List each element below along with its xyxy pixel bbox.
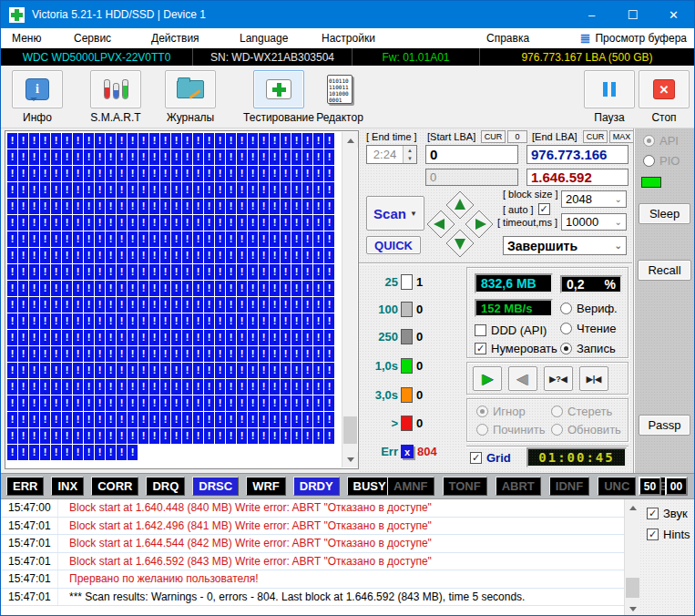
stop-button[interactable]: ✕ Стоп <box>640 70 688 124</box>
scan-block: ! <box>313 297 323 313</box>
repair-radio[interactable] <box>476 424 488 436</box>
scan-block: ! <box>95 231 105 247</box>
end-action-select[interactable]: Завершить⌄ <box>503 236 627 255</box>
pause-button[interactable]: Пауза <box>584 70 635 124</box>
end-lba-cur-button[interactable]: CUR <box>583 130 608 143</box>
remap-repair[interactable]: Починить <box>476 423 546 436</box>
recall-button[interactable]: Recall <box>638 260 691 281</box>
end-lba-max-button[interactable]: MAX <box>609 130 634 143</box>
remap-erase[interactable]: Стереть <box>551 405 612 418</box>
log-scroll-down-icon[interactable] <box>625 601 640 616</box>
info-button[interactable]: i Инфо <box>8 70 66 124</box>
play-button[interactable]: ▶ <box>473 366 502 391</box>
journals-button[interactable]: Журналы <box>154 70 227 124</box>
mode-write[interactable]: Запись <box>560 342 616 355</box>
maximize-button[interactable]: ☐ <box>612 1 653 28</box>
menu-item-1[interactable]: Меню <box>12 28 41 48</box>
remap-ignore[interactable]: Игнор <box>476 405 526 418</box>
refresh-radio[interactable] <box>551 424 563 436</box>
numerate-checkbox[interactable]: ✓ <box>475 343 486 354</box>
scan-block: ! <box>259 330 269 345</box>
remap-refresh[interactable]: Обновить <box>551 423 621 436</box>
percent-sign: % <box>605 277 616 292</box>
menu-item-2[interactable]: Сервис <box>74 28 111 48</box>
back-button[interactable]: ◀ <box>508 366 537 391</box>
ddd-checkbox[interactable] <box>475 324 486 336</box>
scan-block: ! <box>106 149 116 165</box>
verify-radio[interactable] <box>560 303 572 314</box>
mode-verify[interactable]: Вериф. <box>560 302 618 315</box>
grid-toggle[interactable]: ✓ Grid <box>470 451 511 465</box>
end-lba-input[interactable]: 976.773.166 <box>526 145 629 164</box>
err-label: Err <box>359 445 401 458</box>
block-size-select[interactable]: 2048⌄ <box>561 190 627 208</box>
sound-option[interactable]: ✓ Звук <box>647 507 688 520</box>
pio-radio[interactable] <box>643 155 655 167</box>
scan-block: ! <box>226 149 236 165</box>
head-position-control[interactable] <box>426 189 494 258</box>
ignore-radio[interactable] <box>476 406 488 417</box>
mode-read[interactable]: Чтение <box>560 322 616 335</box>
editor-button[interactable]: 010110 110011 101000 0001 Редактор <box>305 70 374 124</box>
quick-button[interactable]: QUICK <box>366 236 421 254</box>
end-time-spin-icons[interactable]: ▲▼ <box>403 146 416 163</box>
scan-block: ! <box>171 149 181 165</box>
grid-checkbox[interactable]: ✓ <box>470 452 482 464</box>
to-end-button[interactable]: ▶|◀ <box>579 366 608 391</box>
log-scroll-thumb[interactable] <box>626 578 639 598</box>
scan-block: ! <box>40 313 50 329</box>
log-row[interactable]: 15:47:01Block start at 1.644.544 (842 MB… <box>1 535 624 553</box>
smart-button[interactable]: S.M.A.R.T <box>77 70 154 124</box>
scan-block: ! <box>95 149 105 165</box>
log-row[interactable]: 15:47:00Block start at 1.640.448 (840 MB… <box>1 499 624 518</box>
menu-item-6[interactable]: Справка <box>486 28 529 48</box>
menu-item-4[interactable]: Language <box>240 28 288 48</box>
api-radio[interactable] <box>643 135 655 147</box>
auto-checkbox[interactable]: ✓ <box>538 203 550 215</box>
scan-button[interactable]: Scan ▼ <box>366 196 424 231</box>
ddd-api-option[interactable]: DDD (API) <box>475 323 547 337</box>
minimize-button[interactable]: – <box>571 1 612 28</box>
timeout-select[interactable]: 10000⌄ <box>561 213 627 231</box>
log-row[interactable]: 15:47:01*** Scan results: Warnings - 0, … <box>1 589 624 607</box>
start-lba-input[interactable]: 0 <box>425 145 518 164</box>
menu-item-5[interactable]: Настройки <box>322 28 375 48</box>
victoria-window: Victoria 5.21-1 HDD/SSD | Device 1 – ☐ ✕… <box>0 0 695 616</box>
legend-row-1,0s: 1,0s0 <box>359 358 423 374</box>
api-option[interactable]: API <box>643 134 679 148</box>
map-scroll-thumb[interactable] <box>343 416 357 444</box>
hints-option[interactable]: ✓ Hints <box>647 528 690 541</box>
buffer-view-button[interactable]: ≣ Просмотр буфера <box>580 28 687 48</box>
write-radio[interactable] <box>560 343 572 354</box>
start-lba-cur-button[interactable]: CUR <box>481 130 506 143</box>
erase-radio[interactable] <box>551 406 563 417</box>
sound-checkbox[interactable]: ✓ <box>647 508 659 519</box>
map-scroll-down-icon[interactable] <box>342 452 358 467</box>
map-scroll-up-icon[interactable] <box>342 132 358 148</box>
log-row[interactable]: 15:47:01Block start at 1.642.496 (841 MB… <box>1 518 624 536</box>
numerate-option[interactable]: ✓ Нумеровать <box>475 342 557 355</box>
start-lba-zero-button[interactable]: 0 <box>507 130 527 143</box>
hints-checkbox[interactable]: ✓ <box>647 529 659 540</box>
scan-block: ! <box>106 264 116 280</box>
scan-block: ! <box>182 346 192 362</box>
read-radio[interactable] <box>560 323 572 334</box>
menu-item-3[interactable]: Действия <box>151 28 199 48</box>
end-time-spinner[interactable]: 2:24 ▲▼ <box>366 145 417 164</box>
scan-block: ! <box>160 133 170 149</box>
scan-block: ! <box>149 199 159 214</box>
log-scroll-up-icon[interactable] <box>625 499 640 515</box>
log-row[interactable]: 15:47:01Прервано по желанию пользователя… <box>1 570 624 589</box>
scan-block: ! <box>215 182 225 198</box>
scan-block: ! <box>226 182 236 198</box>
sleep-button[interactable]: Sleep <box>639 203 690 224</box>
map-scrollbar[interactable] <box>342 132 357 467</box>
log-row[interactable]: 15:47:01Block start at 1.646.592 (843 MB… <box>1 553 624 571</box>
close-button[interactable]: ✕ <box>653 1 694 28</box>
scan-block: ! <box>117 445 127 460</box>
passp-button[interactable]: Passp <box>639 415 690 436</box>
pio-option[interactable]: PIO <box>643 154 680 168</box>
scan-block: ! <box>62 281 72 296</box>
log-scrollbar[interactable] <box>624 499 639 616</box>
seek-button[interactable]: ▶?◀ <box>544 366 573 391</box>
